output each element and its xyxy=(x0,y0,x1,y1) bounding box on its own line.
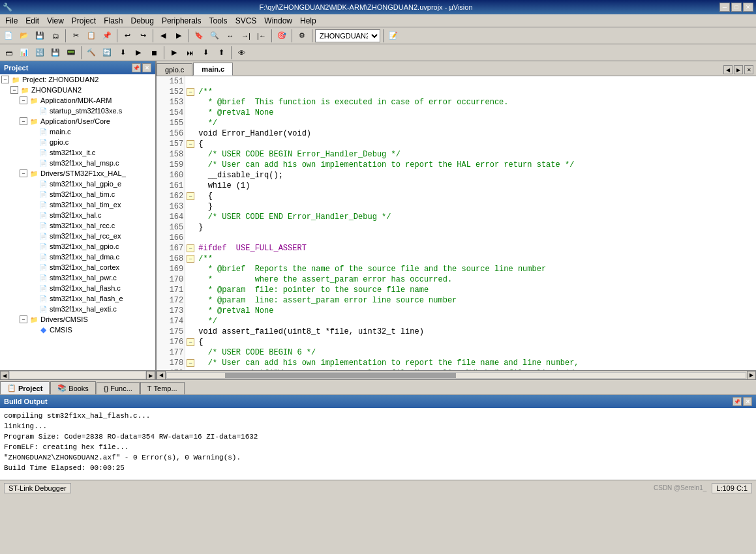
serial-btn[interactable]: 📟 xyxy=(64,46,78,60)
menu-item-svcs[interactable]: SVCS xyxy=(232,15,261,27)
new-file-button[interactable]: 📄 xyxy=(1,29,16,43)
step-out-btn[interactable]: ⬆ xyxy=(214,46,228,60)
tree-item[interactable]: 📄gpio.c xyxy=(0,137,155,147)
tree-item[interactable]: 📄stm32f1xx_hal_tim_ex xyxy=(0,199,155,210)
scroll-track[interactable] xyxy=(166,372,746,379)
tree-item[interactable]: 📄stm32f1xx_hal_flash_e xyxy=(0,293,155,304)
tree-item[interactable]: 📄stm32f1xx_hal_dma.c xyxy=(0,252,155,262)
menu-item-flash[interactable]: Flash xyxy=(100,15,127,27)
tree-item[interactable]: ◆CMSIS xyxy=(0,325,155,335)
tree-expand-icon[interactable]: − xyxy=(1,76,9,83)
copy-button[interactable]: 📋 xyxy=(84,29,98,43)
menu-item-edit[interactable]: Edit xyxy=(22,15,43,27)
tree-item[interactable]: 📄stm32f1xx_hal_exti.c xyxy=(0,304,155,314)
tree-expand-icon[interactable]: − xyxy=(20,96,27,104)
start-debug-btn[interactable]: ▶ xyxy=(131,46,145,60)
indent-button[interactable]: →| xyxy=(239,29,253,43)
project-window-btn[interactable]: 🗃 xyxy=(1,46,16,60)
download-btn[interactable]: ⬇ xyxy=(115,46,130,60)
find-button[interactable]: 🔍 xyxy=(207,29,222,43)
line-expand-icon[interactable]: − xyxy=(185,139,198,149)
tree-expand-icon[interactable]: − xyxy=(20,169,27,177)
fold-collapse-icon[interactable]: − xyxy=(187,88,194,96)
maximize-button[interactable]: □ xyxy=(731,3,742,12)
target-select[interactable]: ZHONGDUAN2 xyxy=(315,29,380,42)
tree-item[interactable]: 📄startup_stm32f103xe.s xyxy=(0,106,155,116)
build-output-pin[interactable]: 📌 xyxy=(733,397,742,406)
menu-item-view[interactable]: View xyxy=(43,15,68,27)
tree-item[interactable]: 📄stm32f1xx_hal_cortex xyxy=(0,262,155,272)
line-expand-icon[interactable]: − xyxy=(185,243,198,254)
scroll-left-btn[interactable]: ◀ xyxy=(0,371,9,380)
tree-item[interactable]: 📄stm32f1xx_hal_msp.c xyxy=(0,158,155,168)
stop-btn[interactable]: ⏹ xyxy=(147,46,161,60)
horizontal-scrollbar[interactable]: ◀ ▶ xyxy=(157,370,756,379)
menu-item-window[interactable]: Window xyxy=(260,15,296,27)
minimize-button[interactable]: ─ xyxy=(719,3,730,12)
project-panel-scrollbar[interactable]: ◀ ▶ xyxy=(0,370,155,379)
undo-button[interactable]: ↩ xyxy=(120,29,134,43)
editor-nav-right[interactable]: ▶ xyxy=(734,65,743,74)
cut-button[interactable]: ✂ xyxy=(68,29,83,43)
tree-item[interactable]: −📁Application/User/Core xyxy=(0,116,155,126)
nav-back-button[interactable]: ◀ xyxy=(156,29,170,43)
open-button[interactable]: 📂 xyxy=(17,29,31,43)
menu-item-tools[interactable]: Tools xyxy=(205,15,232,27)
fold-collapse-icon[interactable]: − xyxy=(187,338,194,346)
rebuild-btn[interactable]: 🔄 xyxy=(100,46,114,60)
paste-button[interactable]: 📌 xyxy=(100,29,114,43)
line-expand-icon[interactable]: − xyxy=(185,337,198,347)
tree-item[interactable]: 📄main.c xyxy=(0,126,155,137)
bottom-tab-books[interactable]: 📚Books xyxy=(50,381,96,394)
fold-collapse-icon[interactable]: − xyxy=(187,140,194,148)
manage-button[interactable]: ⚙ xyxy=(295,29,309,43)
step-over-btn[interactable]: ⏭ xyxy=(183,46,197,60)
tree-expand-icon[interactable]: − xyxy=(10,86,18,94)
bottom-tab-project[interactable]: 📋Project xyxy=(0,381,50,394)
tree-item[interactable]: 📄stm32f1xx_hal_gpio_e xyxy=(0,179,155,189)
project-panel-pin[interactable]: 📌 xyxy=(132,63,141,72)
save-button[interactable]: 💾 xyxy=(33,29,47,43)
tree-item[interactable]: 📄stm32f1xx_hal.c xyxy=(0,210,155,220)
step-into-btn[interactable]: ⬇ xyxy=(198,46,213,60)
editor-tab-main-c[interactable]: main.c xyxy=(193,63,233,76)
tree-item[interactable]: −📁ZHONGDUAN2 xyxy=(0,85,155,95)
tree-item[interactable]: 📄stm32f1xx_hal_rcc.c xyxy=(0,220,155,231)
menu-item-file[interactable]: File xyxy=(1,15,22,27)
nav-forward-button[interactable]: ▶ xyxy=(172,29,186,43)
scroll-right[interactable]: ▶ xyxy=(747,371,756,380)
tree-item[interactable]: 📄stm32f1xx_it.c xyxy=(0,147,155,158)
view-btn[interactable]: 👁 xyxy=(234,46,249,60)
menu-item-peripherals[interactable]: Peripherals xyxy=(158,15,205,27)
line-expand-icon[interactable]: − xyxy=(185,254,198,264)
bottom-tab-func[interactable]: {}Func... xyxy=(97,382,140,394)
bookmark-button[interactable]: 🔖 xyxy=(192,29,206,43)
editor-tab-close-all[interactable]: ✕ xyxy=(744,65,753,74)
target-button[interactable]: 🎯 xyxy=(275,29,289,43)
tree-item[interactable]: 📄stm32f1xx_hal_rcc_ex xyxy=(0,231,155,241)
tree-item[interactable]: 📄stm32f1xx_hal_pwr.c xyxy=(0,272,155,283)
line-expand-icon[interactable]: − xyxy=(185,87,198,97)
menu-item-debug[interactable]: Debug xyxy=(127,15,158,27)
editor-nav-left[interactable]: ◀ xyxy=(723,65,733,74)
save-all-button[interactable]: 🗂 xyxy=(48,29,63,43)
redo-button[interactable]: ↪ xyxy=(136,29,150,43)
registers-btn[interactable]: 📊 xyxy=(17,46,31,60)
memory-btn[interactable]: 💾 xyxy=(48,46,63,60)
debug-asm-button[interactable]: 📝 xyxy=(386,29,401,43)
tree-item[interactable]: −📁Project: ZHONGDUAN2 xyxy=(0,74,155,85)
run-btn[interactable]: ▶ xyxy=(167,46,181,60)
unindent-button[interactable]: |← xyxy=(254,29,269,43)
line-expand-icon[interactable]: − xyxy=(185,358,198,368)
tree-item[interactable]: −📁Drivers/CMSIS xyxy=(0,314,155,325)
tree-item[interactable]: 📄stm32f1xx_hal_flash.c xyxy=(0,283,155,293)
tree-item[interactable]: 📄stm32f1xx_hal_gpio.c xyxy=(0,241,155,252)
scroll-left[interactable]: ◀ xyxy=(157,371,166,380)
menu-item-project[interactable]: Project xyxy=(68,15,100,27)
editor-tab-gpio-c[interactable]: gpio.c xyxy=(157,63,192,76)
fold-collapse-icon[interactable]: − xyxy=(187,359,194,367)
build-output-close[interactable]: ✕ xyxy=(743,397,752,406)
fold-collapse-icon[interactable]: − xyxy=(187,192,194,200)
fold-collapse-icon[interactable]: − xyxy=(187,244,194,252)
tree-expand-icon[interactable]: − xyxy=(20,117,27,125)
